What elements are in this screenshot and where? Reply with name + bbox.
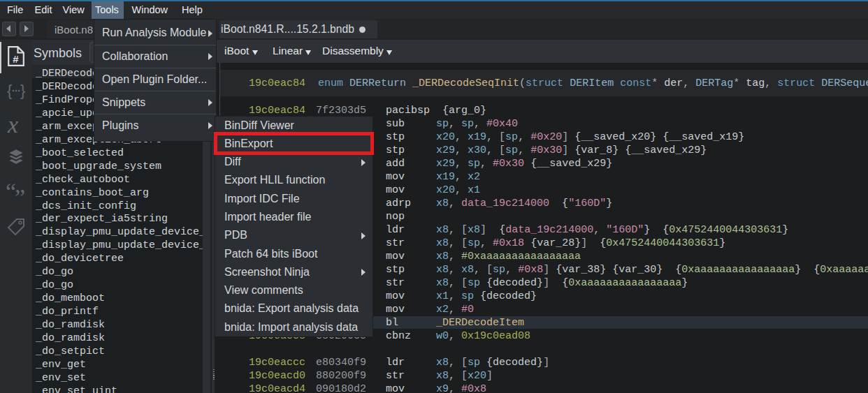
svg-text:x: x (7, 114, 18, 135)
svg-text:{: { (7, 82, 12, 99)
svg-text:#: # (13, 53, 19, 65)
svg-text:}: } (20, 82, 25, 99)
svg-text:”: ” (15, 184, 25, 205)
